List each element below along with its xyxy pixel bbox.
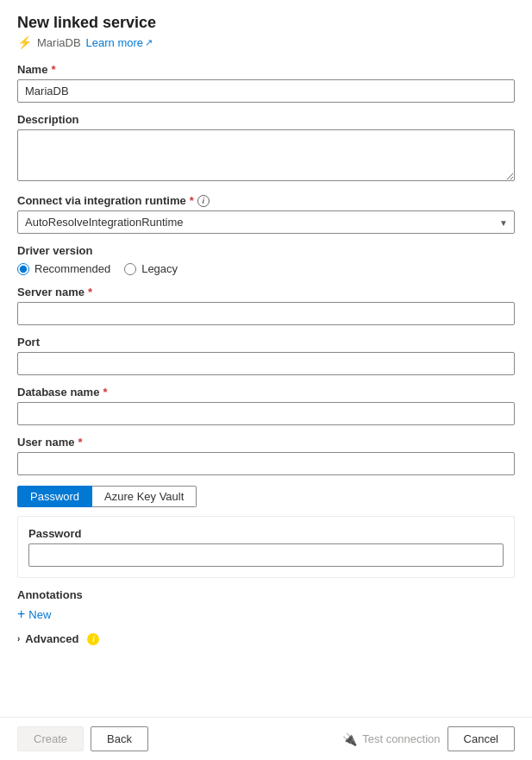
mariadb-icon: ⚡ (17, 35, 32, 49)
radio-legacy[interactable]: Legacy (124, 262, 178, 275)
back-button[interactable]: Back (91, 726, 148, 751)
radio-legacy-label: Legacy (141, 262, 178, 275)
page-title: New linked service (17, 14, 515, 32)
radio-recommended[interactable]: Recommended (17, 262, 110, 275)
test-connection-label: Test connection (362, 732, 440, 745)
description-textarea[interactable] (17, 129, 515, 181)
server-name-label: Server name * (17, 286, 515, 298)
password-section: Password Azure Key Vault Password (17, 486, 515, 578)
cancel-button[interactable]: Cancel (448, 726, 515, 751)
advanced-toggle-button[interactable]: › Advanced i (17, 632, 99, 645)
azure-key-vault-tab-button[interactable]: Azure Key Vault (92, 486, 197, 507)
chevron-right-icon: › (17, 634, 20, 644)
name-input[interactable] (17, 79, 515, 103)
password-field-label: Password (28, 527, 504, 540)
runtime-info-icon[interactable]: i (197, 195, 210, 207)
runtime-label: Connect via integration runtime * i (17, 194, 515, 207)
learn-more-text: Learn more (86, 36, 143, 49)
advanced-info-icon[interactable]: i (87, 633, 99, 645)
plus-icon: + (17, 606, 25, 622)
user-name-required-star: * (78, 436, 82, 449)
test-conn-icon: 🔌 (342, 732, 357, 746)
footer-right: 🔌 Test connection Cancel (342, 726, 515, 751)
radio-legacy-input[interactable] (124, 263, 136, 275)
runtime-field-group: Connect via integration runtime * i Auto… (17, 194, 515, 234)
password-input[interactable] (28, 543, 504, 567)
driver-version-label: Driver version (17, 244, 515, 257)
learn-more-link[interactable]: Learn more ↗ (86, 36, 153, 49)
runtime-dropdown-wrapper: AutoResolveIntegrationRuntime ▼ (17, 210, 515, 234)
runtime-label-text: Connect via integration runtime (17, 194, 186, 207)
driver-version-section: Driver version Recommended Legacy (17, 244, 515, 275)
advanced-label: Advanced (25, 632, 78, 645)
name-label: Name * (17, 63, 515, 76)
password-tab-button[interactable]: Password (17, 486, 92, 507)
server-name-input[interactable] (17, 302, 515, 325)
create-button[interactable]: Create (17, 726, 84, 751)
server-name-label-text: Server name (17, 286, 84, 298)
description-field-group: Description (17, 113, 515, 184)
annotations-section: Annotations + New (17, 588, 515, 622)
database-name-label: Database name * (17, 386, 515, 399)
name-field-group: Name * (17, 63, 515, 103)
database-name-input[interactable] (17, 402, 515, 425)
subtitle-row: ⚡ MariaDB Learn more ↗ (17, 35, 515, 49)
external-link-icon: ↗ (145, 37, 153, 48)
test-connection-button[interactable]: 🔌 Test connection (342, 732, 440, 746)
radio-recommended-label: Recommended (34, 262, 110, 275)
database-name-label-text: Database name (17, 386, 99, 399)
subtitle-db-name: MariaDB (37, 36, 81, 49)
driver-version-radio-group: Recommended Legacy (17, 262, 515, 275)
user-name-label-text: User name (17, 436, 74, 449)
database-name-field-group: Database name * (17, 386, 515, 425)
server-name-required-star: * (88, 286, 92, 298)
password-field-section: Password (17, 516, 515, 578)
description-label-text: Description (17, 113, 79, 126)
new-annotation-button[interactable]: + New (17, 606, 51, 622)
runtime-select[interactable]: AutoResolveIntegrationRuntime (17, 210, 515, 234)
runtime-required-star: * (190, 194, 194, 207)
footer-bar: Create Back 🔌 Test connection Cancel (0, 717, 532, 760)
annotations-label: Annotations (17, 588, 515, 601)
server-name-field-group: Server name * (17, 286, 515, 325)
database-name-required-star: * (103, 386, 107, 399)
new-btn-label: New (28, 608, 51, 621)
password-tab-group: Password Azure Key Vault (17, 486, 515, 507)
user-name-field-group: User name * (17, 436, 515, 475)
port-label-text: Port (17, 336, 40, 349)
radio-recommended-input[interactable] (17, 263, 29, 275)
port-field-group: Port (17, 336, 515, 375)
user-name-label: User name * (17, 436, 515, 449)
port-input[interactable] (17, 352, 515, 375)
footer-left: Create Back (17, 726, 148, 751)
name-required-star: * (51, 63, 55, 76)
advanced-section: › Advanced i (17, 632, 515, 645)
user-name-input[interactable] (17, 452, 515, 475)
name-label-text: Name (17, 63, 47, 76)
port-label: Port (17, 336, 515, 349)
description-label: Description (17, 113, 515, 126)
